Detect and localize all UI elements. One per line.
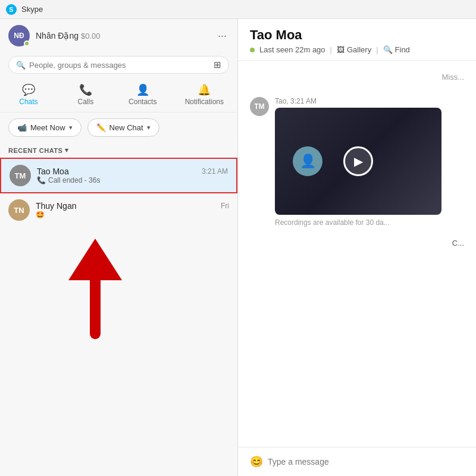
tab-chats[interactable]: 💬 Chats — [8, 80, 49, 109]
message-content: Tao, 3:21 AM 👤 ▶ Recordings are availabl… — [275, 97, 464, 227]
find-icon: 🔍 — [383, 45, 393, 54]
chevron-down-icon: ▾ — [147, 124, 151, 131]
profile-bar: NĐ Nhân Đặng $0.00 ··· — [0, 19, 237, 52]
notifications-icon: 🔔 — [198, 83, 211, 96]
find-link[interactable]: 🔍 Find — [383, 45, 410, 54]
contacts-icon: 👤 — [136, 83, 149, 96]
search-bar: 🔍 ⊞ — [0, 52, 237, 77]
chat-item-tao-moa[interactable]: TM Tao Moa 3:21 AM 📞 Call ended - 36s — [0, 158, 237, 193]
nav-tabs: 💬 Chats 📞 Calls 👤 Contacts 🔔 Notificatio… — [0, 77, 237, 112]
chat-panel: Tao Moa Last seen 22m ago | 🖼 Gallery | … — [238, 19, 476, 476]
tab-contacts[interactable]: 👤 Contacts — [122, 80, 164, 109]
profile-name: Nhân Đặng $0.00 — [36, 31, 215, 40]
avatar: TM — [10, 165, 31, 186]
meet-now-button[interactable]: 📹 Meet Now ▾ — [8, 118, 82, 137]
svg-marker-1 — [68, 239, 122, 280]
search-input-wrap: 🔍 ⊞ — [8, 56, 229, 74]
chat-list: TM Tao Moa 3:21 AM 📞 Call ended - 36s T — [0, 158, 237, 476]
search-input[interactable] — [29, 61, 209, 70]
red-arrow-svg — [60, 233, 131, 352]
avatar: TN — [8, 199, 30, 221]
online-dot — [250, 48, 255, 52]
tab-notifications[interactable]: 🔔 Notifications — [179, 80, 230, 109]
skype-logo-icon: S — [6, 4, 17, 15]
participant-icon: 👤 — [293, 146, 322, 176]
play-button[interactable]: ▶ — [343, 146, 373, 176]
edit-icon: ✏️ — [96, 123, 106, 132]
avatar: NĐ — [8, 25, 30, 46]
chats-icon: 💬 — [22, 83, 35, 96]
calls-icon: 📞 — [79, 83, 92, 96]
action-buttons: 📹 Meet Now ▾ ✏️ New Chat ▾ — [0, 112, 237, 143]
app-title: Skype — [21, 5, 43, 14]
more-options-button[interactable]: ··· — [215, 27, 229, 45]
grid-icon[interactable]: ⊞ — [214, 60, 221, 70]
titlebar: S Skype — [0, 0, 476, 19]
online-status-dot — [24, 40, 30, 46]
contact-name: Tao Moa — [250, 27, 464, 43]
message-group: TM Tao, 3:21 AM 👤 ▶ Recordings are avail… — [250, 97, 464, 227]
arrow-annotation — [0, 227, 237, 346]
emoji-icon[interactable]: 😊 — [250, 455, 263, 468]
chat-messages: Miss... TM Tao, 3:21 AM 👤 ▶ Recordings a… — [238, 61, 476, 447]
recordings-note: Recordings are available for 30 da... — [275, 218, 464, 227]
chat-info: Thuy Ngan Fri 🤩 — [36, 201, 229, 219]
chat-item-thuy-ngan[interactable]: TN Thuy Ngan Fri 🤩 — [0, 193, 237, 227]
gallery-link[interactable]: 🖼 Gallery — [337, 45, 371, 54]
tab-calls[interactable]: 📞 Calls — [65, 80, 107, 109]
missed-call-notice: Miss... — [250, 67, 464, 87]
chat-header: Tao Moa Last seen 22m ago | 🖼 Gallery | … — [238, 19, 476, 61]
recent-chats-header: RECENT CHATS ▾ — [0, 143, 237, 158]
search-icon: 🔍 — [16, 61, 26, 70]
main-layout: NĐ Nhân Đặng $0.00 ··· 🔍 ⊞ 💬 Chats — [0, 19, 476, 476]
video-thumbnail[interactable]: 👤 ▶ — [275, 108, 441, 215]
video-icon: 📹 — [17, 123, 27, 132]
sidebar: NĐ Nhân Đặng $0.00 ··· 🔍 ⊞ 💬 Chats — [0, 19, 238, 476]
message-input-bar: 😊 — [238, 447, 476, 476]
message-input[interactable] — [268, 453, 464, 470]
sender-avatar: TM — [250, 97, 269, 116]
chevron-down-icon: ▾ — [65, 146, 69, 154]
call-ended-icon: 📞 — [37, 176, 46, 184]
new-chat-button[interactable]: ✏️ New Chat ▾ — [87, 118, 159, 137]
partial-message: C... — [250, 239, 464, 248]
chat-info: Tao Moa 3:21 AM 📞 Call ended - 36s — [37, 167, 228, 184]
chevron-down-icon: ▾ — [69, 124, 73, 131]
gallery-icon: 🖼 — [337, 45, 345, 54]
contact-meta: Last seen 22m ago | 🖼 Gallery | 🔍 Find — [250, 45, 464, 54]
